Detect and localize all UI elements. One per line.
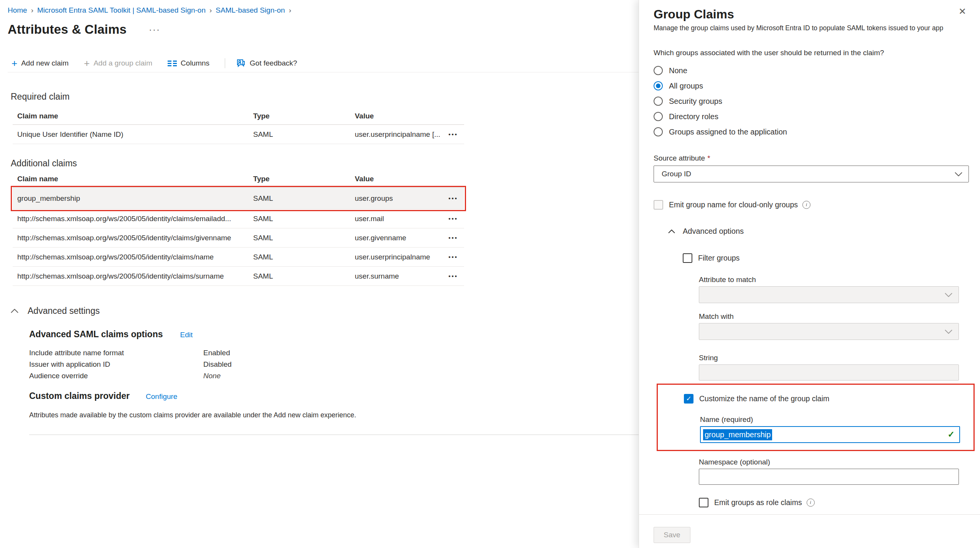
radio-option-groups-assigned[interactable]: Groups assigned to the application <box>654 124 968 139</box>
chevron-up-icon <box>668 230 675 233</box>
option-value: Disabled <box>203 360 232 369</box>
panel-subtitle: Manage the group claims used by Microsof… <box>654 24 968 32</box>
col-type: Type <box>253 175 355 183</box>
match-with-dropdown[interactable] <box>699 323 959 340</box>
breadcrumb-separator: › <box>289 6 291 14</box>
breadcrumb-home-link[interactable]: Home <box>8 6 27 14</box>
columns-icon <box>168 59 177 67</box>
advanced-saml-options-heading: Advanced SAML claims options <box>29 329 163 340</box>
table-row[interactable]: Unique User Identifier (Name ID) SAML us… <box>13 125 464 144</box>
table-row[interactable]: http://schemas.xmlsoap.org/ws/2005/05/id… <box>13 228 464 248</box>
attribute-to-match-label: Attribute to match <box>699 276 959 284</box>
more-menu-icon[interactable]: ··· <box>149 24 160 35</box>
breadcrumb-separator: › <box>209 6 212 14</box>
group-claims-question: Which groups associated with the user sh… <box>654 48 968 57</box>
radio-option-security-groups[interactable]: Security groups <box>654 94 968 109</box>
name-input[interactable]: group_membership ✓ <box>700 426 960 443</box>
breadcrumb-signon-link[interactable]: SAML-based Sign-on <box>216 6 285 14</box>
table-header-row: Claim name Type Value <box>13 108 464 125</box>
table-row[interactable]: http://schemas.xmlsoap.org/ws/2005/05/id… <box>13 248 464 267</box>
emit-group-name-label: Emit group name for cloud-only groups <box>669 200 798 209</box>
radio-label: Security groups <box>669 97 722 106</box>
advanced-settings-toggle[interactable]: Advanced settings <box>11 306 639 316</box>
checkbox-icon <box>699 498 708 507</box>
table-row[interactable]: http://schemas.xmlsoap.org/ws/2005/05/id… <box>13 267 464 286</box>
namespace-input[interactable] <box>699 469 959 485</box>
table-header-row: Claim name Type Value <box>13 171 464 188</box>
row-menu-icon[interactable]: ••• <box>441 235 464 241</box>
radio-label: Directory roles <box>669 112 718 121</box>
claim-type-cell: SAML <box>253 234 355 242</box>
toolbar: + Add new claim + Add a group claim Colu… <box>8 54 639 72</box>
add-new-claim-button[interactable]: + Add new claim <box>12 59 69 67</box>
table-row[interactable]: http://schemas.xmlsoap.org/ws/2005/05/id… <box>13 209 464 228</box>
emit-roles-checkbox[interactable]: Emit groups as role claims i <box>699 495 968 510</box>
radio-option-all-groups[interactable]: All groups <box>654 78 968 94</box>
app-root: Home›Microsoft Entra SAML Toolkit | SAML… <box>0 0 980 548</box>
info-icon[interactable]: i <box>802 201 810 209</box>
add-group-claim-button[interactable]: + Add a group claim <box>84 59 152 67</box>
panel-footer: Save <box>639 514 980 548</box>
info-icon[interactable]: i <box>807 499 815 507</box>
group-claims-panel: Group Claims ✕ Manage the group claims u… <box>639 0 980 548</box>
got-feedback-button[interactable]: Got feedback? <box>236 58 297 68</box>
edit-link[interactable]: Edit <box>180 331 193 339</box>
col-value: Value <box>355 175 441 183</box>
got-feedback-label: Got feedback? <box>250 59 297 67</box>
row-menu-icon[interactable]: ••• <box>441 215 464 222</box>
filter-groups-checkbox[interactable]: Filter groups <box>683 250 968 266</box>
claim-name-cell: http://schemas.xmlsoap.org/ws/2005/05/id… <box>13 253 253 261</box>
option-label: Issuer with application ID <box>29 360 203 369</box>
attribute-to-match-dropdown[interactable] <box>699 286 959 303</box>
row-menu-icon[interactable]: ••• <box>441 273 464 279</box>
claim-value-cell: user.userprincipalname <box>355 253 441 261</box>
row-menu-icon[interactable]: ••• <box>441 195 464 202</box>
radio-option-none[interactable]: None <box>654 63 968 78</box>
radio-label: None <box>669 66 687 75</box>
row-menu-icon[interactable]: ••• <box>441 131 464 138</box>
radio-label: All groups <box>669 82 703 90</box>
radio-icon <box>654 97 663 106</box>
string-input[interactable] <box>699 364 959 381</box>
breadcrumb: Home›Microsoft Entra SAML Toolkit | SAML… <box>0 0 639 15</box>
columns-button[interactable]: Columns <box>168 59 209 67</box>
claim-name-cell: http://schemas.xmlsoap.org/ws/2005/05/id… <box>13 234 253 242</box>
claim-value-cell: user.userprincipalname [... <box>355 130 441 139</box>
radio-icon-selected <box>654 81 663 90</box>
close-icon[interactable]: ✕ <box>956 6 968 17</box>
col-claim-name: Claim name <box>13 112 253 120</box>
radio-label: Groups assigned to the application <box>669 128 787 136</box>
claim-name-cell: http://schemas.xmlsoap.org/ws/2005/05/id… <box>13 272 253 281</box>
save-button[interactable]: Save <box>654 527 690 543</box>
customize-name-checkbox[interactable]: ✓ Customize the name of the group claim <box>684 391 973 406</box>
table-row-group-membership[interactable]: group_membership SAML user.groups ••• <box>13 188 464 209</box>
advanced-options-toggle[interactable]: Advanced options <box>668 227 968 236</box>
required-claims-table: Claim name Type Value Unique User Identi… <box>13 108 464 144</box>
breadcrumb-app-link[interactable]: Microsoft Entra SAML Toolkit | SAML-base… <box>37 6 206 14</box>
claim-name-cell: Unique User Identifier (Name ID) <box>13 130 253 139</box>
col-value: Value <box>355 112 441 120</box>
chevron-down-icon <box>955 172 962 176</box>
radio-icon <box>654 66 663 75</box>
attributes-claims-page: Home›Microsoft Entra SAML Toolkit | SAML… <box>0 0 639 548</box>
panel-title: Group Claims <box>654 6 734 22</box>
checkbox-icon <box>683 253 692 263</box>
radio-option-directory-roles[interactable]: Directory roles <box>654 109 968 124</box>
row-menu-icon[interactable]: ••• <box>441 254 464 260</box>
filter-groups-label: Filter groups <box>698 254 740 263</box>
configure-link[interactable]: Configure <box>146 392 177 401</box>
emit-group-name-checkbox[interactable]: Emit group name for cloud-only groups i <box>654 196 968 213</box>
option-label: Audience override <box>29 372 203 380</box>
required-asterisk: * <box>707 154 710 162</box>
col-type: Type <box>253 112 355 120</box>
source-attribute-label: Source attribute* <box>654 154 968 162</box>
claim-value-cell: user.surname <box>355 272 441 281</box>
breadcrumb-separator: › <box>31 6 33 14</box>
toolbar-divider <box>225 58 225 68</box>
source-attribute-dropdown[interactable]: Group ID <box>654 166 969 182</box>
additional-claims-heading: Additional claims <box>11 158 639 169</box>
required-claim-heading: Required claim <box>11 92 639 102</box>
claim-type-cell: SAML <box>253 215 355 223</box>
customize-name-label: Customize the name of the group claim <box>699 394 829 403</box>
additional-claims-table: Claim name Type Value group_membership S… <box>13 171 464 286</box>
